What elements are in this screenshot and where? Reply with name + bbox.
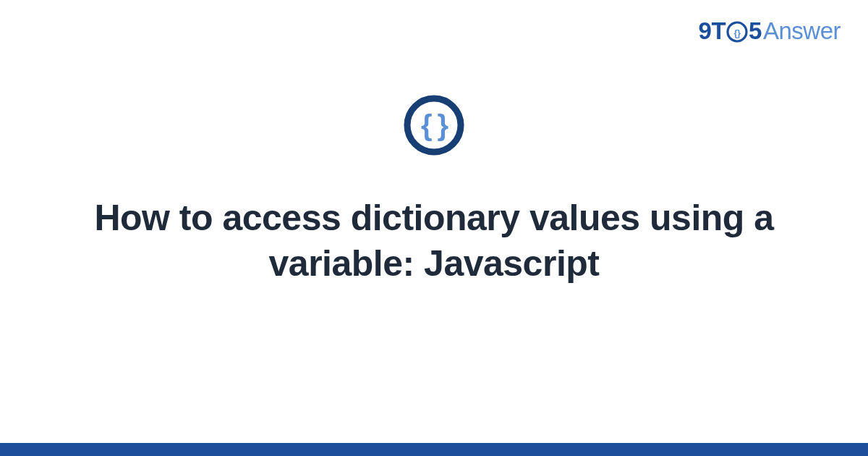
brand-logo: 9T {} 5 Answer [699,17,841,45]
brand-logo-part1: 9T [699,17,726,45]
page-title: How to access dictionary values using a … [80,195,788,286]
brand-logo-part3: Answer [763,17,841,45]
svg-text:{}: {} [734,28,741,38]
code-braces-icon: { } [403,94,465,156]
svg-text:{ }: { } [421,109,448,141]
footer-accent-bar [0,443,868,456]
brand-logo-part2: 5 [749,17,762,45]
brand-logo-o-icon: {} [726,21,748,43]
main-content: { } How to access dictionary values usin… [0,94,868,286]
